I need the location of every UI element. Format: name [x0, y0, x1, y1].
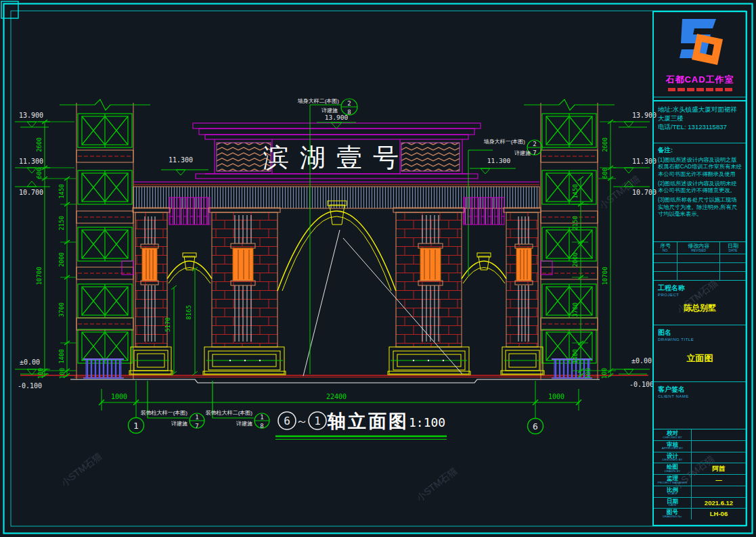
signoff-row-designed: 设计DESIGNED BY	[654, 452, 746, 464]
svg-text:3700: 3700	[572, 302, 579, 317]
opening-dims	[171, 267, 198, 375]
svg-text:11.300: 11.300	[169, 156, 193, 164]
svg-text:600: 600	[602, 168, 608, 179]
notes-section: 备注: (1)图纸所述设计内容及说明之版权属石都CAD培训工作室所有未经本公司书…	[654, 143, 746, 242]
svg-text:小STM石猫: 小STM石猫	[59, 450, 104, 489]
svg-text:详建施: 详建施	[236, 421, 252, 427]
rev-header-no: 序号NO.	[654, 242, 677, 254]
svg-text:6: 6	[284, 415, 290, 427]
notes-title: 备注:	[658, 146, 673, 154]
svg-text:100: 100	[59, 368, 66, 379]
svg-text:详建施: 详建施	[514, 150, 531, 156]
svg-text:1450: 1450	[58, 184, 65, 199]
dim-8165: 8165	[185, 305, 192, 320]
svg-text:墙身大样一(本图): 墙身大样一(本图)	[483, 139, 526, 145]
project-label: 工程名称	[658, 283, 742, 293]
svg-text:墙身大样二(本图): 墙身大样二(本图)	[297, 98, 340, 104]
svg-text:小STM石猫: 小STM石猫	[414, 465, 459, 504]
svg-text:1: 1	[195, 414, 198, 421]
drawing-title-label: 图名	[658, 328, 742, 337]
project-label-en: PROJECT	[658, 293, 742, 297]
rev-cell	[654, 272, 677, 281]
svg-text:1450: 1450	[572, 184, 579, 199]
svg-text:2150: 2150	[58, 216, 65, 231]
cad-sheet: 滨湖壹号 5170 8165 13.900 11.300 10.700 ±0.0…	[0, 0, 756, 537]
rev-header-content: 修改内容REVISED	[677, 242, 720, 254]
rev-header-date: 日期DATE	[720, 242, 746, 254]
note-2: (2)图纸所述设计内容及说明未经本公司书面允许不得随意更改。	[658, 181, 742, 195]
left-fence	[83, 359, 124, 378]
grid-bubble-1: 1	[133, 421, 139, 431]
project-name: 陈总别墅	[658, 302, 742, 314]
svg-text:1: 1	[314, 415, 321, 427]
phone: 电话/TEL: 13123115837	[658, 123, 742, 132]
studio-tagline-marks	[654, 88, 746, 91]
rev-cell	[677, 272, 720, 281]
svg-text:-0.100: -0.100	[18, 382, 42, 390]
left-herringbone-panel	[217, 143, 271, 171]
drawing-title-section: 图名 DRAWING TITLE 立面图	[654, 325, 746, 382]
elevation-drawing-canvas: 滨湖壹号 5170 8165 13.900 11.300 10.700 ±0.0…	[0, 0, 756, 537]
svg-text:1: 1	[260, 414, 263, 421]
svg-text:-0.100: -0.100	[629, 381, 654, 388]
address-line2: 大厦三楼	[658, 114, 742, 123]
svg-text:10700: 10700	[602, 266, 608, 285]
svg-text:详建施: 详建施	[321, 108, 338, 114]
revision-table: 序号NO. 修改内容REVISED 日期DATE	[654, 242, 746, 281]
svg-text:±0.00: ±0.00	[20, 358, 40, 366]
dim-5170: 5170	[164, 317, 171, 332]
svg-text:1400: 1400	[572, 349, 579, 364]
grid-bubble-6: 6	[533, 421, 538, 431]
svg-text:22400: 22400	[326, 393, 347, 400]
left-bay	[129, 208, 286, 375]
right-tower-band	[541, 261, 552, 275]
rev-cell	[654, 263, 677, 272]
right-bay	[388, 208, 544, 375]
svg-text:100: 100	[585, 368, 592, 379]
logo-d-shape	[692, 34, 723, 65]
rev-cell	[720, 272, 746, 281]
gate-sign-text: 滨湖壹号	[263, 143, 409, 172]
view-title: 6 ～ 1 轴立面图 1:100	[275, 411, 447, 440]
svg-text:13.900: 13.900	[19, 112, 43, 119]
svg-text:7: 7	[195, 423, 198, 429]
svg-text:2150: 2150	[572, 216, 579, 231]
svg-text:装饰柱大样二(本图): 装饰柱大样二(本图)	[206, 410, 253, 416]
right-elevation-markers: 13.900 11.300 10.700 ±0.00 -0.100	[613, 112, 657, 388]
svg-text:1:100: 1:100	[409, 415, 445, 429]
project-section: 工程名称 PROJECT 陈总别墅	[654, 281, 746, 325]
signoff-row-approved: 审核APPROVED BY	[654, 441, 746, 452]
svg-text:100: 100	[37, 368, 44, 379]
title-block: 石都CAD工作室 地址:水头镇盛大厦对面裙祥 大厦三楼 电话/TEL: 1312…	[652, 11, 747, 526]
address-line1: 地址:水头镇盛大厦对面裙祥	[658, 106, 742, 114]
svg-text:1400: 1400	[58, 349, 65, 364]
drawing-title-value: 立面图	[658, 352, 742, 365]
svg-text:10700: 10700	[36, 266, 43, 285]
svg-text:～: ～	[296, 415, 308, 428]
studio-name: 石都CAD工作室	[654, 74, 746, 86]
rev-cell	[677, 254, 720, 263]
rev-cell	[720, 254, 746, 263]
central-arch	[277, 201, 396, 291]
left-dim-chains	[38, 120, 76, 377]
rev-cell	[677, 263, 720, 272]
note-1: (1)图纸所述设计内容及说明之版权属石都CAD培训工作室所有未经本公司书面允许不…	[658, 157, 742, 179]
address-section: 地址:水头镇盛大厦对面裙祥 大厦三楼 电话/TEL: 13123115837	[654, 101, 746, 143]
svg-text:3700: 3700	[58, 302, 65, 317]
svg-text:10.700: 10.700	[19, 189, 43, 196]
right-dim-chains	[572, 120, 616, 377]
svg-text:2600: 2600	[36, 137, 43, 152]
svg-text:详建施: 详建施	[171, 421, 187, 427]
svg-text:2000: 2000	[58, 252, 65, 267]
svg-text:装饰柱大样一(本图): 装饰柱大样一(本图)	[141, 410, 188, 416]
right-herringbone-panel	[401, 143, 460, 171]
callout-column-detail-2: 装饰柱大样二(本图) 详建施 1 8	[206, 381, 269, 429]
rev-cell	[654, 254, 677, 263]
client-label-en: CLIENT NAME	[658, 394, 742, 398]
svg-text:100: 100	[601, 368, 608, 379]
svg-text:8: 8	[260, 423, 263, 429]
svg-text:7: 7	[533, 149, 536, 156]
note-3: (3)图纸所标各处尺寸以施工现场实地尺寸为准。除注明外,所有尺寸均以毫米表示。	[658, 197, 742, 218]
svg-text:13.900: 13.900	[325, 114, 349, 121]
svg-text:11.300: 11.300	[487, 157, 511, 164]
